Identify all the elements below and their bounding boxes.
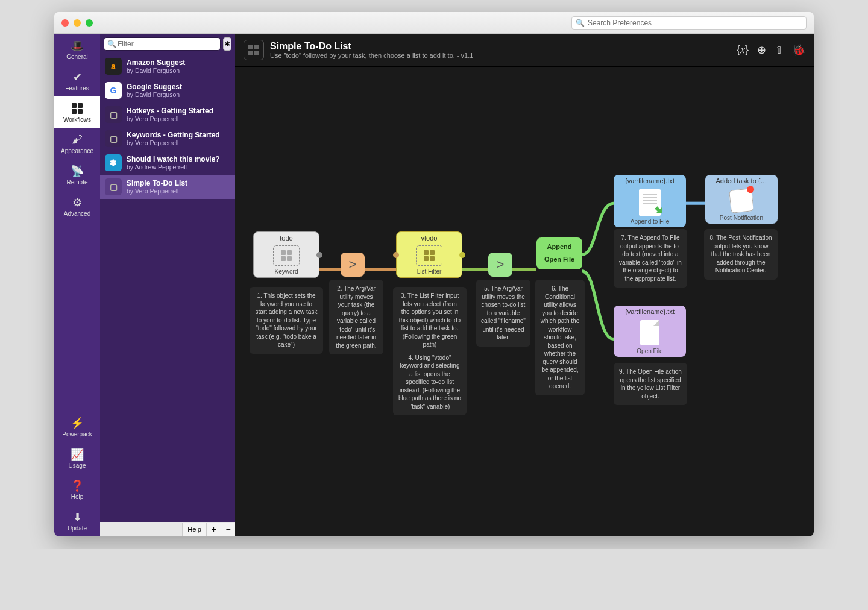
node-type-label: Post Notification bbox=[720, 213, 763, 224]
zoom-icon[interactable] bbox=[86, 19, 93, 27]
sidebar-item-features[interactable]: ✔ Features bbox=[54, 65, 100, 96]
node-argvar-2[interactable]: > bbox=[488, 253, 512, 277]
share-icon[interactable]: ⇧ bbox=[775, 43, 784, 57]
node-keyword[interactable]: todo Keyword bbox=[253, 231, 319, 278]
remove-workflow-button[interactable]: − bbox=[221, 523, 235, 536]
workflow-item-icon: ▢ bbox=[105, 130, 122, 147]
sidebar-item-label: Usage bbox=[69, 462, 86, 469]
search-icon: 🔍 bbox=[107, 40, 116, 48]
close-icon[interactable] bbox=[61, 19, 69, 27]
node-post-notification[interactable]: Added task to {… Post Notification bbox=[705, 175, 778, 224]
sidebar: 🎩 General ✔ Features Workflows 🖌 Appeara… bbox=[54, 34, 100, 536]
workflow-title: Simple To-Do List bbox=[270, 41, 473, 52]
sidebar-item-advanced[interactable]: ⚙ Advanced bbox=[54, 190, 100, 222]
workflow-item-icon: ▢ bbox=[105, 106, 122, 123]
file-append-icon bbox=[639, 189, 661, 216]
input-port[interactable] bbox=[393, 252, 399, 258]
sliders-icon: ⚙ bbox=[69, 196, 85, 209]
workflow-item-author: by David Ferguson bbox=[127, 67, 185, 75]
workflow-subtitle: Use "todo" followed by your task, then c… bbox=[270, 52, 473, 59]
sidebar-item-help[interactable]: ❓ Help bbox=[54, 474, 100, 505]
workflow-options-button[interactable]: ✱ bbox=[223, 37, 231, 51]
annotation-4: 4. Using "vtodo" keyword and selecting a… bbox=[398, 354, 462, 411]
node-open-file[interactable]: {var:filename}.txt Open File bbox=[614, 306, 686, 357]
workflow-filter-input[interactable] bbox=[104, 37, 221, 51]
search-icon: 🔍 bbox=[576, 19, 585, 27]
canvas-stage[interactable]: todo Keyword > vtodo List Filter > Appen… bbox=[235, 68, 814, 536]
sidebar-item-label: Powerpack bbox=[62, 431, 92, 438]
search-preferences-input[interactable] bbox=[588, 19, 802, 27]
annotation-2: 2. The Arg/Var utility moves your task (… bbox=[329, 280, 383, 354]
canvas-header: Simple To-Do List Use "todo" followed by… bbox=[235, 34, 814, 67]
node-title: todo bbox=[275, 232, 297, 244]
sidebar-item-update[interactable]: ⬇ Update bbox=[54, 505, 100, 536]
output-port[interactable] bbox=[316, 252, 322, 258]
workflow-item-title: Google Suggest bbox=[127, 83, 182, 91]
workflow-item[interactable]: G Google Suggest by David Ferguson bbox=[100, 78, 235, 102]
workflow-icon bbox=[244, 40, 264, 60]
annotation-7: 7. The Append To File output appends the… bbox=[614, 229, 687, 288]
grid-icon bbox=[69, 102, 85, 115]
sidebar-item-label: Features bbox=[65, 85, 89, 92]
workflow-item[interactable]: ▢ Hotkeys - Getting Started by Vero Pepp… bbox=[100, 102, 235, 127]
workflow-filter-row: 🔍 ✱ bbox=[100, 34, 235, 54]
notification-icon bbox=[729, 188, 754, 213]
workflow-item-author: by Vero Pepperrell bbox=[127, 115, 213, 123]
workflow-item[interactable]: ▢ Keywords - Getting Started by Vero Pep… bbox=[100, 127, 235, 151]
chart-icon: 📈 bbox=[69, 448, 85, 461]
help-button[interactable]: Help bbox=[182, 523, 206, 536]
sidebar-item-usage[interactable]: 📈 Usage bbox=[54, 442, 100, 474]
cond-option-openfile: Open File bbox=[544, 255, 574, 264]
node-type-label: Append to File bbox=[631, 217, 670, 227]
debug-icon[interactable]: 🐞 bbox=[792, 43, 805, 57]
remote-icon: 📡 bbox=[69, 165, 85, 178]
annotation-9: 9. The Open File action opens the list s… bbox=[614, 363, 687, 405]
node-conditional[interactable]: Append Open File bbox=[536, 237, 582, 269]
list-filter-icon bbox=[416, 245, 442, 266]
workflow-item-author: by David Ferguson bbox=[127, 91, 182, 99]
sidebar-item-general[interactable]: 🎩 General bbox=[54, 34, 100, 65]
workflow-item[interactable]: ▢ Simple To-Do List by Vero Pepperrell bbox=[100, 175, 235, 199]
sidebar-item-label: Advanced bbox=[64, 210, 90, 217]
annotation-5: 5. The Arg/Var utility moves the chosen … bbox=[476, 280, 530, 347]
workflow-item-author: by Vero Pepperrell bbox=[127, 187, 187, 195]
node-argvar-1[interactable]: > bbox=[341, 253, 365, 277]
node-type-label: Keyword bbox=[275, 267, 298, 277]
workflow-item-author: by Andrew Pepperrell bbox=[127, 163, 220, 171]
workflow-canvas: Simple To-Do List Use "todo" followed by… bbox=[235, 34, 814, 536]
add-object-icon[interactable]: ⊕ bbox=[757, 43, 766, 57]
node-append-to-file[interactable]: {var:filename}.txt Append to File bbox=[614, 175, 686, 227]
node-list-filter[interactable]: vtodo List Filter bbox=[396, 231, 462, 278]
output-port[interactable] bbox=[459, 252, 465, 258]
workflow-item[interactable]: a Amazon Suggest by David Ferguson bbox=[100, 54, 235, 78]
add-workflow-button[interactable]: + bbox=[206, 523, 221, 536]
keyword-icon bbox=[273, 245, 300, 266]
node-title: {var:filename}.txt bbox=[620, 306, 679, 318]
gear-icon: ✱ bbox=[224, 40, 230, 48]
workflow-item-icon: G bbox=[105, 82, 122, 99]
search-preferences[interactable]: 🔍 bbox=[571, 16, 807, 30]
file-icon bbox=[640, 320, 659, 345]
node-title: Added task to {… bbox=[711, 175, 772, 187]
main: 🎩 General ✔ Features Workflows 🖌 Appeara… bbox=[54, 34, 814, 536]
titlebar: 🔍 bbox=[54, 12, 814, 34]
workflow-footer: Help + − bbox=[100, 522, 235, 536]
annotation-6: 6. The Conditional utility allows you to… bbox=[535, 280, 585, 395]
traffic-lights bbox=[61, 19, 93, 27]
sidebar-item-powerpack[interactable]: ⚡ Powerpack bbox=[54, 411, 100, 442]
sidebar-item-remote[interactable]: 📡 Remote bbox=[54, 159, 100, 190]
workflow-item-icon: a bbox=[105, 58, 122, 75]
check-icon: ✔ bbox=[69, 71, 85, 84]
workflow-item-icon: ✽ bbox=[105, 154, 122, 171]
sidebar-bottom: ⚡ Powerpack 📈 Usage ❓ Help ⬇ Update bbox=[54, 411, 100, 536]
sidebar-item-workflows[interactable]: Workflows bbox=[54, 96, 100, 128]
annotation-8: 8. The Post Notification output lets you… bbox=[704, 229, 778, 280]
hat-icon: 🎩 bbox=[69, 39, 85, 52]
workflow-item[interactable]: ✽ Should I watch this movie? by Andrew P… bbox=[100, 151, 235, 175]
node-title: {var:filename}.txt bbox=[620, 175, 679, 187]
variables-icon[interactable]: {𝑥} bbox=[737, 43, 749, 57]
minimize-icon[interactable] bbox=[74, 19, 81, 27]
roller-icon: 🖌 bbox=[69, 133, 85, 146]
sidebar-item-appearance[interactable]: 🖌 Appearance bbox=[54, 128, 100, 159]
canvas-toolbar: {𝑥} ⊕ ⇧ 🐞 bbox=[737, 43, 805, 57]
